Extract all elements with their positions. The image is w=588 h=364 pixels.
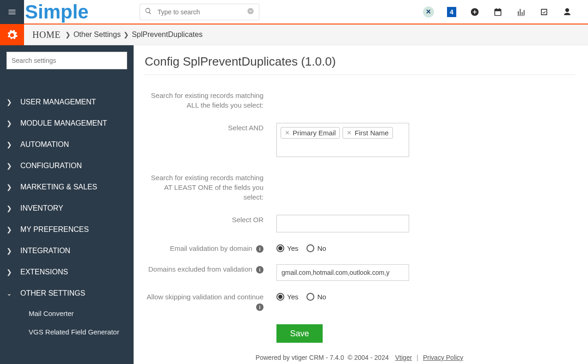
- info-icon[interactable]: i: [256, 266, 263, 273]
- footer-link-privacy[interactable]: Privacy Policy: [423, 354, 463, 361]
- sidebar-item-label: EXTENSIONS: [20, 268, 68, 276]
- sidebar-item-other-settings[interactable]: ⌄OTHER SETTINGS: [6, 283, 134, 304]
- remove-tag-icon[interactable]: ✕: [347, 129, 352, 136]
- sidebar-item-label: OTHER SETTINGS: [20, 289, 85, 297]
- remove-tag-icon[interactable]: ✕: [285, 129, 290, 136]
- chevron-right-icon: ❯: [6, 162, 20, 170]
- chevron-right-icon: ❯: [6, 98, 20, 106]
- calendar-icon: [493, 7, 502, 17]
- domains-excluded-input[interactable]: [276, 264, 409, 281]
- chevron-right-icon: ❯: [6, 247, 20, 255]
- gear-icon: [6, 29, 18, 41]
- global-search[interactable]: [140, 4, 259, 20]
- calendar-button[interactable]: [486, 0, 509, 24]
- breadcrumb-level-1[interactable]: Other Settings: [74, 30, 121, 39]
- chevron-right-icon: ❯: [6, 183, 20, 191]
- label-select-and: Select AND: [145, 123, 276, 157]
- desc-and: Search for existing records matching ALL…: [145, 91, 276, 110]
- emailval-no-radio[interactable]: No: [306, 244, 326, 252]
- sidebar-item-my-preferences[interactable]: ❯MY PREFERENCES: [6, 219, 134, 240]
- sidebar-menu: ❯USER MANAGEMENT ❯MODULE MANAGEMENT ❯AUT…: [0, 91, 134, 341]
- sidebar-search: [6, 52, 127, 69]
- chevron-right-icon: ❯: [123, 31, 129, 38]
- sidebar-item-label: MARKETING & SALES: [20, 183, 97, 191]
- label-domains-excluded: Domains excluded from validation i: [145, 264, 276, 281]
- footer: Powered by vtiger CRM - 7.4.0 © 2004 - 2…: [134, 351, 588, 364]
- page-title: Config SplPreventDuplicates (1.0.0): [145, 55, 575, 69]
- brand-text: Simple: [25, 1, 89, 23]
- breadcrumb-home[interactable]: HOME: [32, 30, 61, 40]
- tasks-button[interactable]: [533, 0, 556, 24]
- sidebar-sub-label: Mail Converter: [29, 309, 74, 317]
- save-button[interactable]: Save: [276, 324, 323, 343]
- radio-icon: [306, 244, 314, 252]
- sidebar-item-user-management[interactable]: ❯USER MANAGEMENT: [6, 91, 134, 113]
- app-four-button[interactable]: 4: [440, 0, 463, 24]
- select-or-tagbox[interactable]: [276, 215, 409, 232]
- skip-validation-radio-group: Yes No: [276, 292, 415, 301]
- chevron-down-icon: ⌄: [6, 290, 20, 297]
- topbar-actions: 4: [417, 0, 588, 24]
- sidebar-sub-mail-converter[interactable]: Mail Converter: [29, 304, 134, 322]
- reports-button[interactable]: [509, 0, 533, 24]
- chevron-right-icon: ❯: [65, 31, 71, 38]
- user-menu-button[interactable]: [556, 0, 579, 24]
- app-xing-button[interactable]: [417, 0, 440, 24]
- settings-gear-button[interactable]: [0, 24, 24, 45]
- emailval-yes-radio[interactable]: Yes: [276, 244, 298, 252]
- main-content: Config SplPreventDuplicates (1.0.0) Sear…: [134, 45, 588, 364]
- sidebar-item-marketing-sales[interactable]: ❯MARKETING & SALES: [6, 176, 134, 198]
- radio-icon: [276, 293, 284, 301]
- info-icon[interactable]: i: [256, 245, 263, 253]
- hamburger-icon: [7, 7, 17, 17]
- chevron-right-icon: ❯: [6, 268, 20, 276]
- search-filter-chevron-icon[interactable]: [247, 7, 254, 16]
- breadcrumb: HOME ❯ Other Settings ❯ SplPreventDuplic…: [24, 24, 202, 45]
- sidebar-item-module-management[interactable]: ❯MODULE MANAGEMENT: [6, 113, 134, 134]
- label-select-or: Select OR: [145, 215, 276, 232]
- sidebar-item-label: INTEGRATION: [20, 247, 70, 255]
- sidebar-item-label: MY PREFERENCES: [20, 225, 89, 234]
- sidebar-item-extensions[interactable]: ❯EXTENSIONS: [6, 261, 134, 283]
- xing-icon: [423, 6, 434, 18]
- quick-create-button[interactable]: [463, 0, 486, 24]
- footer-separator: |: [416, 354, 418, 361]
- chevron-right-icon: ❯: [6, 141, 20, 148]
- settings-sidebar: ❯USER MANAGEMENT ❯MODULE MANAGEMENT ❯AUT…: [0, 45, 134, 364]
- label-allow-skipping: Allow skipping validation and continue i: [145, 292, 276, 311]
- sidebar-item-label: AUTOMATION: [20, 140, 69, 149]
- sidebar-item-configuration[interactable]: ❯CONFIGURATION: [6, 155, 134, 176]
- user-icon: [563, 7, 572, 17]
- bar-chart-icon: [516, 7, 526, 17]
- info-icon[interactable]: i: [256, 303, 263, 311]
- footer-link-vtiger[interactable]: Vtiger: [395, 354, 412, 361]
- brand-logo[interactable]: Simple: [25, 1, 89, 23]
- checkbox-icon: [539, 7, 549, 17]
- chevron-right-icon: ❯: [6, 120, 20, 127]
- footer-copyright: © 2004 - 2024: [348, 354, 389, 361]
- desc-or: Search for existing records matching AT …: [145, 173, 276, 202]
- skip-yes-radio[interactable]: Yes: [276, 293, 298, 301]
- radio-icon: [306, 293, 314, 301]
- sidebar-sub-vgs-related[interactable]: VGS Related Field Generator: [29, 322, 134, 341]
- label-email-validation: Email validation by domain i: [145, 243, 276, 253]
- four-icon: 4: [447, 7, 456, 17]
- menu-toggle-button[interactable]: [0, 0, 24, 24]
- plus-circle-icon: [470, 7, 479, 17]
- sidebar-item-label: INVENTORY: [20, 204, 63, 212]
- tag-first-name: ✕First Name: [343, 127, 392, 139]
- topbar: Simple 4: [0, 0, 588, 24]
- skip-no-radio[interactable]: No: [306, 293, 326, 301]
- chevron-right-icon: ❯: [6, 205, 20, 212]
- global-search-input[interactable]: [157, 8, 247, 16]
- sidebar-item-label: CONFIGURATION: [20, 162, 82, 170]
- breadcrumb-bar: HOME ❯ Other Settings ❯ SplPreventDuplic…: [0, 24, 588, 45]
- search-icon: [145, 7, 152, 17]
- sidebar-search-input[interactable]: [6, 52, 127, 69]
- select-and-tagbox[interactable]: ✕Primary Email ✕First Name: [276, 123, 409, 157]
- sidebar-item-inventory[interactable]: ❯INVENTORY: [6, 198, 134, 219]
- sidebar-item-automation[interactable]: ❯AUTOMATION: [6, 134, 134, 155]
- sidebar-item-integration[interactable]: ❯INTEGRATION: [6, 240, 134, 261]
- tag-primary-email: ✕Primary Email: [281, 127, 340, 139]
- sidebar-submenu: Mail Converter VGS Related Field Generat…: [6, 304, 134, 341]
